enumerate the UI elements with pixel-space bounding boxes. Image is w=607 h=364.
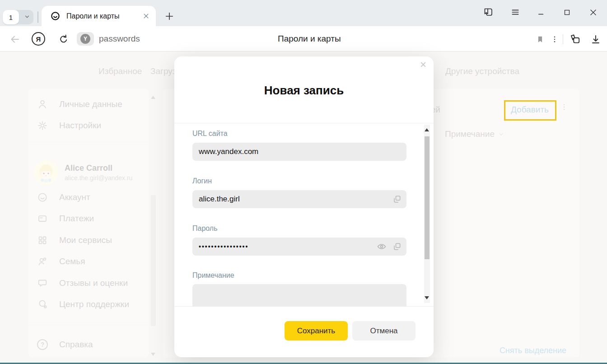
scroll-down-icon[interactable] bbox=[425, 296, 429, 299]
menu-hamburger-icon[interactable] bbox=[509, 6, 521, 18]
url-input[interactable] bbox=[192, 143, 406, 161]
protect-badge[interactable]: Y bbox=[77, 32, 94, 46]
note-label: Примечание bbox=[192, 271, 234, 280]
copy-icon[interactable] bbox=[392, 194, 402, 204]
download-icon[interactable] bbox=[590, 33, 602, 45]
password-input[interactable] bbox=[192, 238, 406, 256]
bookmark-icon[interactable] bbox=[534, 33, 546, 45]
note-input[interactable] bbox=[192, 284, 406, 307]
dialog-title: Новая запись bbox=[174, 84, 434, 98]
cancel-button[interactable]: Отмена bbox=[352, 321, 416, 341]
dialog-form: URL сайта Логин Пароль Примечание bbox=[174, 123, 434, 307]
new-entry-dialog: × Новая запись URL сайта Логин Пароль Пр… bbox=[174, 56, 434, 357]
collections-icon[interactable] bbox=[569, 33, 581, 45]
new-tab-button[interactable] bbox=[163, 10, 175, 22]
chevron-down-icon bbox=[24, 14, 30, 20]
login-label: Логин bbox=[192, 177, 212, 185]
save-button[interactable]: Сохранить bbox=[285, 321, 348, 341]
tab-strip: 1 Пароли и карты bbox=[0, 0, 607, 26]
tab-close-icon[interactable] bbox=[143, 13, 149, 19]
yandex-logo-button[interactable]: Я bbox=[32, 32, 45, 46]
divider bbox=[37, 11, 38, 23]
minimize-button[interactable] bbox=[535, 6, 547, 18]
reload-button[interactable] bbox=[58, 33, 70, 45]
maximize-button[interactable] bbox=[561, 6, 573, 18]
back-button[interactable] bbox=[9, 33, 21, 45]
protect-y-icon: Y bbox=[80, 34, 90, 44]
dialog-close-icon[interactable]: × bbox=[420, 59, 426, 70]
yandex-letter: Я bbox=[36, 35, 41, 43]
password-label: Пароль bbox=[192, 224, 218, 233]
scroll-thumb[interactable] bbox=[425, 136, 430, 259]
side-panel-icon[interactable] bbox=[482, 6, 494, 18]
tab-favicon-smiley-icon bbox=[51, 11, 60, 21]
dialog-scrollbar[interactable] bbox=[424, 125, 430, 303]
tab-count: 1 bbox=[3, 10, 19, 24]
toolbar-kebab-menu[interactable] bbox=[549, 33, 560, 45]
browser-window: 1 Пароли и карты bbox=[0, 0, 607, 364]
tab-counter-button[interactable]: 1 bbox=[3, 10, 33, 24]
omnibox-page-title: Пароли и карты bbox=[278, 34, 341, 44]
login-input[interactable] bbox=[192, 190, 406, 208]
add-button-highlight bbox=[504, 100, 556, 121]
tab-title: Пароли и карты bbox=[66, 12, 139, 20]
eye-icon[interactable] bbox=[377, 242, 387, 252]
divider bbox=[563, 34, 563, 44]
browser-tab[interactable]: Пароли и карты bbox=[42, 6, 156, 26]
close-window-button[interactable] bbox=[587, 6, 599, 18]
dialog-footer: Сохранить Отмена bbox=[174, 307, 434, 357]
address-toolbar: Я Y passwords Пароли и карты bbox=[0, 26, 607, 51]
scroll-up-icon[interactable] bbox=[425, 128, 429, 131]
address-text[interactable]: passwords bbox=[99, 34, 140, 44]
url-label: URL сайта bbox=[192, 130, 228, 138]
copy-icon[interactable] bbox=[392, 242, 402, 252]
